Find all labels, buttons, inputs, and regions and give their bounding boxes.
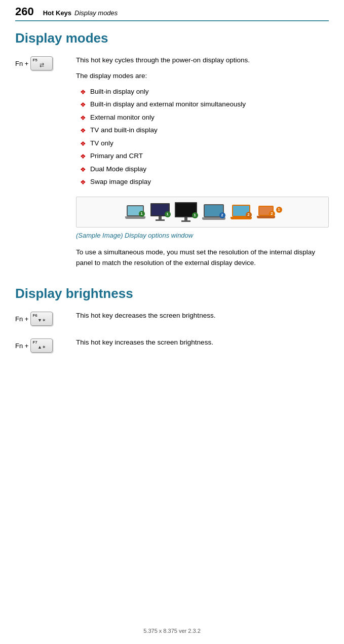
- fn-label-3: Fn +: [15, 342, 28, 350]
- display-icon-1: 1: [125, 205, 145, 219]
- display-modes-title: Display modes: [15, 30, 329, 46]
- bullet-1: ❖: [80, 87, 86, 97]
- display-list-header: The display modes are:: [76, 71, 329, 82]
- hotkey-label-brightness-up: Fn + F7 ▲✶: [15, 337, 76, 353]
- list-item: ❖ TV and built-in display: [80, 125, 329, 136]
- f6-icon: ▼✶: [37, 318, 46, 323]
- hotkey-display-content: This hot key cycles through the power-on…: [76, 55, 329, 274]
- list-item: ❖ Built-in display only: [80, 87, 329, 97]
- fn-label: Fn +: [15, 60, 28, 67]
- list-item-3-text: External monitor only: [90, 112, 155, 123]
- footer-text: 5.375 x 8.375 ver 2.3.2: [143, 628, 201, 634]
- list-item: ❖ Built-in display and external monitor …: [80, 99, 329, 110]
- display-modes-list: ❖ Built-in display only ❖ Built-in displ…: [80, 87, 329, 187]
- display-brightness-title: Display brightness: [15, 286, 329, 301]
- f5-label: F5: [32, 58, 37, 62]
- list-item-6-text: Primary and CRT: [90, 151, 143, 161]
- list-item: ❖ Dual Mode display: [80, 164, 329, 175]
- image-caption: (Sample Image) Display options window: [76, 231, 329, 241]
- display-brightness-section: Display brightness Fn + F6 ▼✶ This hot k…: [0, 286, 344, 353]
- page-number: 260: [15, 5, 34, 18]
- chapter-title: Hot Keys: [43, 9, 71, 17]
- hotkey-row-display: Fn + F5 ⇄ This hot key cycles through th…: [15, 55, 329, 274]
- bullet-5: ❖: [80, 139, 86, 149]
- page-footer: 5.375 x 8.375 ver 2.3.2: [0, 628, 344, 634]
- f7-label: F7: [32, 340, 37, 345]
- hotkey-row-brightness-down: Fn + F6 ▼✶ This hot key decreases the sc…: [15, 311, 329, 326]
- list-item-8-text: Swap image display: [90, 177, 151, 187]
- f6-key: F6 ▼✶: [30, 312, 53, 326]
- hotkey-label-display: Fn + F5 ⇄: [15, 55, 76, 70]
- bullet-6: ❖: [80, 151, 86, 162]
- list-item: ❖ External monitor only: [80, 112, 329, 123]
- list-item-4-text: TV and built-in display: [90, 125, 158, 135]
- display-icon-6: 2: [257, 206, 275, 218]
- display-icon-5: 2: [231, 205, 252, 219]
- display-modes-section: Display modes Fn + F5 ⇄ This hot key cyc…: [0, 30, 344, 274]
- list-item-7-text: Dual Mode display: [90, 164, 146, 174]
- bullet-2: ❖: [80, 100, 86, 110]
- fn-label-2: Fn +: [15, 315, 28, 323]
- body-text-display: To use a simultaneous mode, you must set…: [76, 247, 329, 269]
- hotkey-display-intro: This hot key cycles through the power-on…: [76, 55, 329, 66]
- f7-key: F7 ▲✶: [30, 338, 53, 353]
- bullet-4: ❖: [80, 126, 86, 136]
- hotkey-row-brightness-up: Fn + F7 ▲✶ This hot key increases the sc…: [15, 337, 329, 353]
- brightness-down-text: This hot key decreases the screen bright…: [76, 311, 329, 321]
- header-section: Display modes: [74, 9, 118, 17]
- f7-icon: ▲✶: [37, 345, 46, 350]
- list-item: ❖ TV only: [80, 138, 329, 149]
- bullet-8: ❖: [80, 177, 86, 187]
- list-item-2-text: Built-in display and external monitor si…: [90, 99, 246, 109]
- display-icon-4: 2: [202, 204, 225, 220]
- display-icon-3: 1: [175, 202, 197, 222]
- bullet-7: ❖: [80, 165, 86, 175]
- list-item-1-text: Built-in display only: [90, 87, 149, 97]
- display-icon-2: 1: [150, 203, 170, 221]
- f5-icon: ⇄: [40, 62, 44, 68]
- hotkey-label-brightness-down: Fn + F6 ▼✶: [15, 311, 76, 326]
- page-header: 260 Hot Keys Display modes: [0, 0, 344, 20]
- f6-label: F6: [32, 313, 37, 318]
- top-divider: [15, 20, 329, 21]
- list-item: ❖ Primary and CRT: [80, 151, 329, 162]
- bullet-3: ❖: [80, 113, 86, 123]
- list-item-5-text: TV only: [90, 138, 113, 148]
- f5-key: F5 ⇄: [30, 56, 53, 70]
- list-item: ❖ Swap image display: [80, 177, 329, 187]
- hotkey-brightness-down-content: This hot key decreases the screen bright…: [76, 311, 329, 326]
- display-options-image: 1 1 1: [76, 197, 329, 228]
- brightness-up-text: This hot key increases the screen bright…: [76, 337, 329, 348]
- hotkey-brightness-up-content: This hot key increases the screen bright…: [76, 337, 329, 353]
